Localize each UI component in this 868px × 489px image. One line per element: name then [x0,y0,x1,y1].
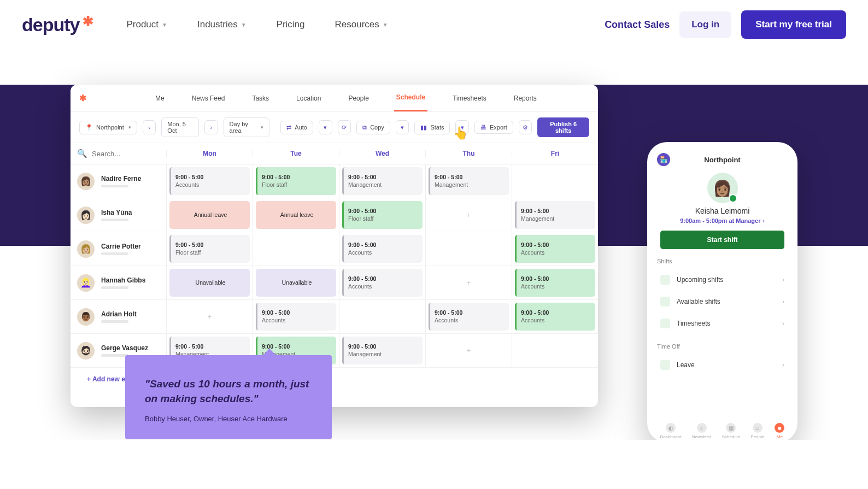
shift-card[interactable]: 9:00 - 5:00Accounts [515,269,595,297]
schedule-cell[interactable]: 9:00 - 5:00Accounts [512,266,598,299]
shift-card[interactable]: Unavailable [256,269,336,297]
schedule-cell[interactable]: 9:00 - 5:00Accounts [512,232,598,266]
schedule-cell[interactable]: 9:00 - 5:00Accounts [339,232,425,266]
tab-tasks[interactable]: Tasks [250,86,271,111]
shift-card[interactable]: 9:00 - 5:00Accounts [515,303,595,331]
schedule-cell[interactable]: 9:00 - 5:00Accounts [339,266,425,299]
next-date-button[interactable]: › [204,120,218,134]
auto-dropdown[interactable]: ▾ [319,120,332,134]
export-button[interactable]: 🖶Export [474,121,513,134]
nav-resources[interactable]: Resources▼ [335,19,388,30]
schedule-cell[interactable]: 9:00 - 5:00Accounts [166,164,253,198]
user-avatar[interactable]: 👩🏽 [707,173,738,203]
shift-card[interactable]: Annual leave [169,201,250,229]
shift-card[interactable]: 9:00 - 5:00Accounts [515,235,595,263]
tab-newsfeed[interactable]: News Feed [190,86,227,111]
schedule-cell[interactable]: Unavailable [253,266,339,299]
tabbar-schedule[interactable]: ▦Schedule [722,423,740,439]
schedule-cell[interactable]: + [166,300,253,333]
schedule-cell[interactable] [339,300,425,333]
start-shift-button[interactable]: Start shift [660,231,784,249]
prev-date-button[interactable]: ‹ [143,120,156,134]
shift-card[interactable]: 9:00 - 5:00Management [342,167,423,195]
refresh-button[interactable]: ⟳ [338,120,351,134]
schedule-cell[interactable]: 9:00 - 5:00Floor staff [166,232,253,266]
schedule-cell[interactable]: + [425,266,512,299]
nav-pricing[interactable]: Pricing [277,19,305,30]
add-shift-icon[interactable]: + [429,269,509,297]
timesheets-item[interactable]: Timesheets› [657,313,788,334]
shift-card[interactable]: Annual leave [256,201,336,229]
shift-card[interactable]: 9:00 - 5:00Accounts [342,235,423,263]
person-cell[interactable]: 👱🏻‍♀️Hannah Gibbs [71,266,166,299]
upcoming-shifts-item[interactable]: Upcoming shifts› [657,269,788,291]
schedule-cell[interactable]: 9:00 - 5:00Accounts [425,300,512,333]
copy-button[interactable]: ⧉Copy [356,121,390,134]
settings-button[interactable]: ⚙ [519,120,532,134]
shift-card[interactable]: Unavailable [169,269,250,297]
search-input[interactable] [92,150,160,158]
person-cell[interactable]: 👩🏼Carrie Potter [71,232,166,266]
store-icon[interactable]: 🏪 [657,153,670,166]
schedule-cell[interactable]: Unavailable [166,266,253,299]
stats-dropdown[interactable]: ▾ [455,120,469,134]
available-shifts-item[interactable]: Available shifts› [657,291,788,313]
view-dropdown[interactable]: Day by area▾ [224,117,270,137]
nav-product[interactable]: Product▼ [126,19,167,30]
schedule-cell[interactable]: 9:00 - 5:00Management [425,164,512,198]
schedule-cell[interactable]: 9:00 - 5:00Accounts [253,300,339,333]
schedule-cell[interactable]: 9:00 - 5:00Management [339,334,425,367]
schedule-cell[interactable]: Annual leave [253,198,339,232]
tab-me[interactable]: Me [153,86,167,111]
contact-sales-link[interactable]: Contact Sales [605,19,670,31]
location-dropdown[interactable]: 📍Northpoint▾ [79,121,137,134]
shift-card[interactable]: 9:00 - 5:00Floor staff [256,167,336,195]
leave-item[interactable]: Leave› [657,354,788,376]
login-button[interactable]: Log in [679,11,731,38]
schedule-cell[interactable]: 9:00 - 5:00Floor staff [339,198,425,232]
brand[interactable]: deputy ✱ [22,14,93,36]
shift-card[interactable]: 9:00 - 5:00Floor staff [342,201,423,229]
person-cell[interactable]: 👩🏻Isha Yūna [71,198,166,232]
copy-dropdown[interactable]: ▾ [396,120,409,134]
schedule-cell[interactable] [425,232,512,266]
schedule-cell[interactable]: + [425,334,512,367]
tabbar-me[interactable]: ☻Me [775,423,784,439]
nav-industries[interactable]: Industries▼ [197,19,247,30]
schedule-cell[interactable]: + [425,198,512,232]
tabbar-people[interactable]: ☺People [750,423,764,439]
shift-card[interactable]: 9:00 - 5:00Accounts [429,303,509,331]
tab-reports[interactable]: Reports [512,86,539,111]
schedule-cell[interactable]: 9:00 - 5:00Management [512,198,598,232]
tabbar-dashboard[interactable]: ◐Dashboard [660,423,682,439]
schedule-cell[interactable] [512,164,598,198]
schedule-cell[interactable]: 9:00 - 5:00Management [339,164,425,198]
add-shift-icon[interactable]: + [169,303,250,331]
shift-card[interactable]: 9:00 - 5:00Management [342,337,423,364]
schedule-cell[interactable]: 9:00 - 5:00Floor staff [253,164,339,198]
shift-card[interactable]: 9:00 - 5:00Management [429,167,509,195]
tab-location[interactable]: Location [294,86,323,111]
date-picker[interactable]: Mon, 5 Oct [161,117,199,137]
free-trial-button[interactable]: Start my free trial [741,10,846,39]
user-shift-link[interactable]: 9:00am - 5:00pm at Manager› [655,217,790,224]
schedule-cell[interactable]: 9:00 - 5:00Accounts [512,300,598,333]
add-shift-icon[interactable]: + [429,337,509,364]
auto-button[interactable]: ⇄Auto [280,121,313,134]
shift-card[interactable]: 9:00 - 5:00Floor staff [169,235,250,263]
shift-card[interactable]: 9:00 - 5:00Accounts [169,167,250,195]
shift-card[interactable]: 9:00 - 5:00Accounts [342,269,423,297]
shift-card[interactable]: 9:00 - 5:00Management [515,201,595,229]
stats-button[interactable]: ▮▮Stats [414,121,450,134]
person-cell[interactable]: 👩🏽Nadire Ferne [71,164,166,198]
tab-schedule[interactable]: Schedule [394,85,427,111]
tab-people[interactable]: People [346,86,371,111]
add-shift-icon[interactable]: + [429,201,509,229]
publish-button[interactable]: Publish 6 shifts [537,117,589,137]
tab-timesheets[interactable]: Timesheets [450,86,489,111]
person-cell[interactable]: 👨🏾Adrian Holt [71,300,166,333]
schedule-cell[interactable] [512,334,598,367]
shift-card[interactable]: 9:00 - 5:00Accounts [256,303,336,331]
tabbar-newsfeed[interactable]: ≡Newsfeed [692,423,712,439]
schedule-cell[interactable]: Annual leave [166,198,253,232]
